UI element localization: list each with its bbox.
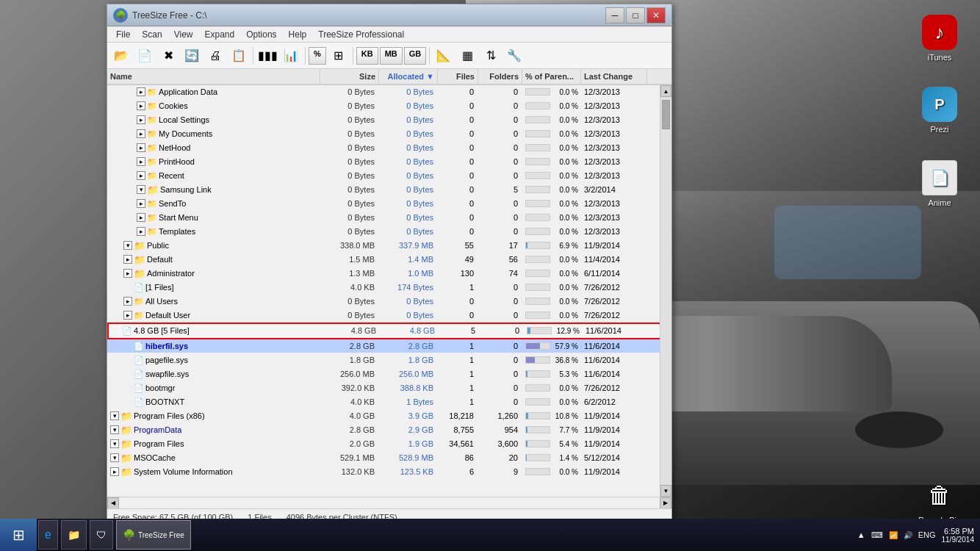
menu-treesize-pro[interactable]: TreeSize Professional bbox=[312, 28, 410, 41]
taskbar-ie[interactable]: e bbox=[38, 520, 58, 550]
table-row[interactable]: ▸📁My Documents0 Bytes0 Bytes000.0 %12/3/… bbox=[107, 127, 660, 141]
menu-scan[interactable]: Scan bbox=[136, 28, 167, 41]
expand-icon[interactable]: ▾ bbox=[110, 411, 119, 420]
desktop-icon-prezi[interactable]: P Prezi bbox=[914, 87, 965, 134]
expand-icon[interactable]: ▾ bbox=[123, 241, 132, 250]
start-button[interactable]: ⊞ bbox=[0, 519, 37, 551]
table-row[interactable]: ▸📁Cookies0 Bytes0 Bytes000.0 %12/3/2013 bbox=[107, 99, 660, 113]
expand-icon[interactable]: ▸ bbox=[137, 199, 145, 208]
col-files[interactable]: Files bbox=[438, 69, 478, 84]
table-row[interactable]: ▾📁Public338.0 MB337.9 MB55176.9 %11/9/20… bbox=[107, 239, 660, 253]
menu-options[interactable]: Options bbox=[240, 28, 282, 41]
taskbar-treesize[interactable]: 🌳 TreeSize Free bbox=[116, 520, 191, 550]
table-row[interactable]: ▾📁MSOCache529.1 MB528.9 MB86201.4 %5/12/… bbox=[107, 451, 660, 465]
table-row[interactable]: ▾📁ProgramData2.8 GB2.9 GB8,7559547.7 %11… bbox=[107, 423, 660, 437]
expand-icon[interactable]: ▸ bbox=[137, 129, 145, 138]
table-row[interactable]: ▾📁Program Files (x86)4.0 GB3.9 GB18,2181… bbox=[107, 409, 660, 423]
table-row[interactable]: 📄swapfile.sys256.0 MB256.0 MB105.3 %11/6… bbox=[107, 367, 660, 381]
expand-icon[interactable]: ▸ bbox=[137, 171, 145, 180]
tray-expand[interactable]: ▲ bbox=[857, 530, 865, 539]
col-folders[interactable]: Folders bbox=[478, 69, 522, 84]
expand-icon[interactable]: ▸ bbox=[137, 143, 145, 152]
table-row[interactable]: 📄[1 Files]4.0 KB174 Bytes100.0 %7/26/201… bbox=[107, 281, 660, 295]
table-row[interactable]: 📄4.8 GB [5 Files]4.8 GB4.8 GB5012.9 %11/… bbox=[109, 324, 660, 338]
toolbar-gb[interactable]: GB bbox=[404, 47, 427, 65]
toolbar-columns[interactable]: ▦ bbox=[456, 46, 478, 66]
table-row[interactable]: ▸📁Application Data0 Bytes0 Bytes000.0 %1… bbox=[107, 85, 660, 99]
taskbar-security[interactable]: 🛡 bbox=[90, 520, 113, 550]
maximize-button[interactable]: □ bbox=[626, 7, 645, 24]
table-row[interactable]: 📄bootmgr392.0 KB388.8 KB100.0 %7/26/2012 bbox=[107, 381, 660, 395]
expand-icon[interactable]: ▾ bbox=[110, 453, 119, 462]
table-row[interactable]: ▸📁SendTo0 Bytes0 Bytes000.0 %12/3/2013 bbox=[107, 197, 660, 211]
expand-icon[interactable]: ▸ bbox=[137, 157, 145, 166]
table-row[interactable]: ▸📁NetHood0 Bytes0 Bytes000.0 %12/3/2013 bbox=[107, 141, 660, 155]
toolbar-settings[interactable]: 🔧 bbox=[503, 46, 525, 66]
toolbar-bar-chart[interactable]: ▮▮▮ bbox=[256, 46, 278, 66]
table-row[interactable]: 📄BOOTNXT4.0 KB1 Bytes100.0 %6/2/2012 bbox=[107, 395, 660, 409]
toolbar-chart2[interactable]: 📊 bbox=[280, 46, 302, 66]
expand-icon[interactable]: ▾ bbox=[137, 185, 145, 194]
table-row[interactable]: 📄pagefile.sys1.8 GB1.8 GB1036.8 %11/6/20… bbox=[107, 353, 660, 367]
toolbar-sort[interactable]: ⇅ bbox=[480, 46, 502, 66]
expand-icon[interactable]: ▸ bbox=[137, 227, 145, 236]
expand-icon[interactable]: ▾ bbox=[110, 425, 119, 434]
expand-icon[interactable]: ▸ bbox=[123, 311, 132, 320]
tree-scroll[interactable]: ▸📁Application Data0 Bytes0 Bytes000.0 %1… bbox=[107, 85, 660, 497]
menu-expand[interactable]: Expand bbox=[199, 28, 241, 41]
expand-icon[interactable]: ▸ bbox=[137, 115, 145, 124]
expand-icon[interactable]: ▸ bbox=[123, 297, 132, 306]
scroll-up[interactable]: ▲ bbox=[660, 85, 671, 97]
toolbar-pct[interactable]: % bbox=[309, 47, 326, 65]
scroll-left[interactable]: ◀ bbox=[107, 497, 119, 509]
table-row[interactable]: ▸📁Default1.5 MB1.4 MB49560.0 %11/4/2014 bbox=[107, 253, 660, 267]
table-row[interactable]: ▸📁Recent0 Bytes0 Bytes000.0 %12/3/2013 bbox=[107, 169, 660, 183]
menu-view[interactable]: View bbox=[168, 28, 199, 41]
table-row[interactable]: ▸📁Default User0 Bytes0 Bytes000.0 %7/26/… bbox=[107, 309, 660, 323]
col-allocated[interactable]: Allocated ▼ bbox=[379, 69, 438, 84]
expand-icon[interactable]: ▸ bbox=[137, 101, 145, 110]
toolbar-new[interactable]: 📄 bbox=[134, 46, 156, 66]
table-row[interactable]: ▸📁PrintHood0 Bytes0 Bytes000.0 %12/3/201… bbox=[107, 155, 660, 169]
table-row[interactable]: ▸📁System Volume Information132.0 KB123.5… bbox=[107, 465, 660, 479]
desktop-icon-recycle-bin[interactable]: 🗑 Recycle Bin bbox=[914, 478, 965, 525]
expand-icon[interactable]: ▸ bbox=[123, 255, 132, 264]
scroll-thumb[interactable] bbox=[662, 100, 670, 129]
scroll-down[interactable]: ▼ bbox=[660, 485, 671, 497]
toolbar-kb[interactable]: KB bbox=[356, 47, 378, 65]
close-button[interactable]: ✕ bbox=[646, 7, 666, 24]
expand-icon[interactable]: ▸ bbox=[110, 467, 119, 476]
desktop-icon-anime[interactable]: 📄 Anime bbox=[914, 160, 965, 207]
expand-icon[interactable]: ▸ bbox=[137, 87, 145, 96]
toolbar-delete[interactable]: ✖ bbox=[157, 46, 179, 66]
table-row[interactable]: ▾📁Program Files2.0 GB1.9 GB34,5613,6005.… bbox=[107, 437, 660, 451]
table-row[interactable]: ▸📁Administrator1.3 MB1.0 MB130740.0 %6/1… bbox=[107, 267, 660, 281]
menu-file[interactable]: File bbox=[110, 28, 136, 41]
table-row[interactable]: ▸📁Local Settings0 Bytes0 Bytes000.0 %12/… bbox=[107, 113, 660, 127]
col-pct[interactable]: % of Paren... bbox=[522, 69, 581, 84]
taskbar-explorer[interactable]: 📁 bbox=[61, 520, 87, 550]
toolbar-open[interactable]: 📂 bbox=[110, 46, 132, 66]
col-date[interactable]: Last Change bbox=[581, 69, 647, 84]
h-scrollbar[interactable]: ◀ ▶ bbox=[107, 497, 671, 508]
toolbar-mb[interactable]: MB bbox=[380, 47, 403, 65]
toolbar-refresh[interactable]: 🔄 bbox=[181, 46, 203, 66]
minimize-button[interactable]: ─ bbox=[605, 7, 624, 24]
scroll-right[interactable]: ▶ bbox=[660, 497, 671, 509]
toolbar-measure[interactable]: 📐 bbox=[433, 46, 455, 66]
col-name[interactable]: Name bbox=[107, 69, 320, 84]
table-row[interactable]: ▸📁All Users0 Bytes0 Bytes000.0 %7/26/201… bbox=[107, 295, 660, 309]
table-row[interactable]: ▸📁Templates0 Bytes0 Bytes000.0 %12/3/201… bbox=[107, 225, 660, 239]
table-row[interactable]: 📄hiberfil.sys2.8 GB2.8 GB1057.9 %11/6/20… bbox=[107, 339, 660, 353]
toolbar-print[interactable]: 🖨 bbox=[204, 46, 226, 66]
lang-indicator[interactable]: ENG bbox=[918, 530, 936, 539]
toolbar-grid[interactable]: ⊞ bbox=[328, 46, 350, 66]
table-row[interactable]: ▸📁Start Menu0 Bytes0 Bytes000.0 %12/3/20… bbox=[107, 211, 660, 225]
menu-help[interactable]: Help bbox=[283, 28, 313, 41]
expand-icon[interactable]: ▸ bbox=[123, 269, 132, 278]
col-size[interactable]: Size bbox=[320, 69, 379, 84]
expand-icon[interactable]: ▾ bbox=[110, 439, 119, 448]
desktop-icon-itunes[interactable]: ♪ iTunes bbox=[914, 15, 965, 62]
expand-icon[interactable]: ▸ bbox=[137, 213, 145, 222]
scrollbar[interactable]: ▲ ▼ bbox=[660, 85, 671, 497]
